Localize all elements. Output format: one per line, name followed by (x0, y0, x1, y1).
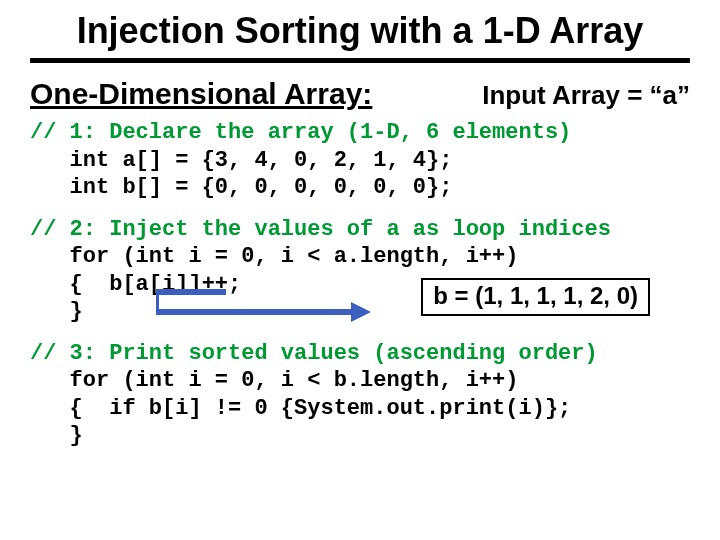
code-block-3: // 3: Print sorted values (ascending ord… (30, 340, 690, 450)
code-3-line-2: { if b[i] != 0 {System.out.print(i)}; (30, 395, 690, 423)
code-2-line-1: for (int i = 0, i < a.length, i++) (30, 243, 690, 271)
comment-1: // 1: Declare the array (1-D, 6 elements… (30, 119, 690, 147)
subheading-row: One-Dimensional Array: Input Array = “a” (30, 77, 690, 111)
code-3-line-1: for (int i = 0, i < b.length, i++) (30, 367, 690, 395)
comment-2: // 2: Inject the values of a as loop ind… (30, 216, 690, 244)
code-1-line-1: int a[] = {3, 4, 0, 2, 1, 4}; (30, 147, 690, 175)
input-array-label: Input Array = “a” (482, 80, 690, 111)
code-1-line-2: int b[] = {0, 0, 0, 0, 0, 0}; (30, 174, 690, 202)
code-block-2: // 2: Inject the values of a as loop ind… (30, 216, 690, 326)
page-title: Injection Sorting with a 1-D Array (30, 10, 690, 52)
code-block-1: // 1: Declare the array (1-D, 6 elements… (30, 119, 690, 202)
code-3-line-3: } (30, 422, 690, 450)
comment-3: // 3: Print sorted values (ascending ord… (30, 340, 690, 368)
slide: Injection Sorting with a 1-D Array One-D… (0, 0, 720, 484)
subtitle: One-Dimensional Array: (30, 77, 372, 111)
annotation-box: b = (1, 1, 1, 1, 2, 0) (421, 278, 650, 316)
title-rule (30, 58, 690, 63)
